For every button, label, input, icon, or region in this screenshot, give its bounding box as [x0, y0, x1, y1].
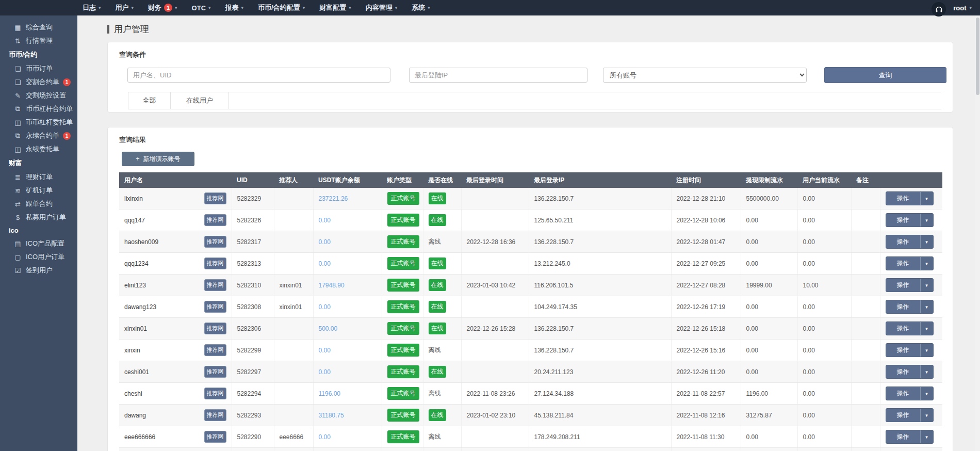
sidebar-item[interactable]: ⧉币币杠杆合约单	[0, 102, 77, 116]
nav-item-0[interactable]: 日志▾	[83, 3, 101, 12]
account-type-select[interactable]: 所有账号	[603, 68, 807, 83]
row-action-button[interactable]: 操作▾	[886, 235, 934, 249]
usdt-balance-link[interactable]: 0.00	[319, 433, 331, 441]
chevron-down-icon[interactable]: ▾	[920, 192, 933, 205]
online-badge: 在线	[429, 409, 446, 421]
username: eee666666	[124, 433, 155, 441]
last-login-time-cell: 2022-12-28 16:36	[461, 231, 529, 253]
chevron-down-icon[interactable]: ▾	[920, 387, 933, 400]
usdt-balance-link[interactable]: 1196.00	[319, 390, 341, 397]
page-scrollbar[interactable]	[975, 15, 980, 451]
last-login-ip-cell: 178.249.208.211	[529, 426, 671, 448]
current-flow-cell: 0.00	[797, 253, 851, 275]
add-demo-account-button[interactable]: + 新增演示账号	[122, 152, 194, 166]
username-uid-input[interactable]	[127, 68, 390, 83]
sidebar-item[interactable]: ▢ICO用户订单	[0, 250, 77, 264]
nav-item-4[interactable]: 报表▾	[225, 3, 244, 12]
sidebar-item[interactable]: ✎交割场控设置	[0, 89, 77, 102]
register-time-cell: 2022-11-08 11:30	[671, 426, 741, 448]
leverage-contract-icon: ⧉	[14, 105, 22, 113]
sidebar-item[interactable]: ≋矿机订单	[0, 184, 77, 197]
referrer-badge: 推荐网	[204, 388, 226, 399]
private-fund-icon: $	[14, 214, 22, 221]
sidebar-item[interactable]: ▦综合查询	[0, 21, 77, 34]
nav-item-2[interactable]: 财务1▾	[148, 3, 177, 12]
nav-item-1[interactable]: 用户▾	[116, 3, 134, 12]
account-type-badge: 正式账号	[387, 322, 419, 335]
chevron-down-icon[interactable]: ▾	[920, 214, 933, 227]
chevron-down-icon[interactable]: ▾	[920, 300, 933, 313]
sidebar-item[interactable]: ⇅行情管理	[0, 34, 77, 47]
scrollbar-thumb[interactable]	[976, 18, 979, 95]
chevron-down-icon[interactable]: ▾	[920, 235, 933, 248]
row-action-button[interactable]: 操作▾	[886, 300, 934, 314]
referrer-badge: 推荐网	[204, 192, 226, 204]
usdt-balance-link[interactable]: 0.00	[319, 238, 331, 246]
perpetual-entrust-icon: ◫	[14, 146, 22, 153]
sidebar-item[interactable]: ☑签到用户	[0, 264, 77, 277]
sidebar-item[interactable]: $私募用户订单	[0, 211, 77, 224]
last-login-time-cell: 2022-11-08 23:26	[461, 383, 529, 405]
row-action-button[interactable]: 操作▾	[886, 191, 934, 205]
chevron-down-icon[interactable]: ▾	[920, 409, 933, 422]
chevron-down-icon[interactable]: ▾	[920, 430, 933, 443]
withdraw-limit-cell: 94074.14	[741, 448, 797, 451]
usdt-balance-link[interactable]: 0.00	[319, 368, 331, 376]
sidebar-item[interactable]: ❏币币订单	[0, 62, 77, 75]
username: lixinxin	[124, 195, 143, 202]
usdt-balance-link[interactable]: 31180.75	[319, 412, 344, 419]
sidebar-item[interactable]: ❏交割合约单1	[0, 75, 77, 89]
row-action-button[interactable]: 操作▾	[886, 213, 934, 227]
usdt-balance-link[interactable]: 0.00	[319, 347, 331, 354]
row-action-button[interactable]: 操作▾	[886, 430, 934, 444]
chevron-down-icon[interactable]: ▾	[920, 365, 933, 378]
usdt-balance-link[interactable]: 237221.26	[319, 195, 348, 202]
last-login-ip-input[interactable]	[409, 68, 587, 83]
tab-1[interactable]: 在线用户	[170, 92, 229, 109]
row-action-button[interactable]: 操作▾	[886, 365, 934, 379]
row-action-button[interactable]: 操作▾	[886, 408, 934, 422]
referrer-badge: 推荐网	[204, 257, 226, 269]
title-accent-bar	[107, 25, 109, 34]
usdt-balance-link[interactable]: 0.00	[319, 303, 331, 311]
nav-item-label: 日志	[83, 3, 96, 12]
nav-item-8[interactable]: 系统▾	[412, 3, 430, 12]
nav-item-3[interactable]: OTC▾	[192, 4, 211, 12]
nav-item-5[interactable]: 币币/合约配置▾	[258, 3, 305, 12]
sidebar-item-label: 行情管理	[26, 36, 53, 45]
row-action-button[interactable]: 操作▾	[886, 343, 934, 357]
row-action-button[interactable]: 操作▾	[886, 256, 934, 270]
nav-item-6[interactable]: 财富配置▾	[319, 3, 351, 12]
chevron-down-icon[interactable]: ▾	[920, 257, 933, 270]
user-menu[interactable]: root ▾	[953, 4, 972, 12]
support-avatar-button[interactable]	[932, 2, 946, 17]
sidebar-item[interactable]: ⧉永续合约单1	[0, 129, 77, 142]
row-action-button[interactable]: 操作▾	[886, 321, 934, 335]
search-button[interactable]: 查询	[824, 67, 946, 83]
remark-cell	[851, 275, 880, 296]
sidebar-item[interactable]: ≣理财订单	[0, 170, 77, 184]
sidebar-item-label: 跟单合约	[26, 199, 53, 208]
usdt-balance-link[interactable]: 0.00	[319, 217, 331, 224]
sidebar-item[interactable]: ▤ICO产品配置	[0, 237, 77, 250]
sidebar-item[interactable]: ⇄跟单合约	[0, 197, 77, 211]
tab-0[interactable]: 全部	[128, 92, 171, 109]
remark-cell	[851, 361, 880, 383]
usdt-balance-link[interactable]: 17948.90	[319, 282, 345, 289]
usdt-balance-link[interactable]: 500.00	[319, 325, 338, 332]
chevron-down-icon[interactable]: ▾	[920, 322, 933, 335]
action-label: 操作	[886, 192, 920, 205]
sidebar-item[interactable]: ◫永续委托单	[0, 142, 77, 156]
referrer-cell	[274, 361, 313, 383]
remark-cell	[851, 426, 880, 448]
sidebar-item[interactable]: ◫币币杠杆委托单	[0, 116, 77, 129]
chevron-down-icon[interactable]: ▾	[920, 279, 933, 292]
chevron-down-icon[interactable]: ▾	[920, 344, 933, 357]
nav-item-7[interactable]: 内容管理▾	[366, 3, 398, 12]
row-action-button[interactable]: 操作▾	[886, 386, 934, 400]
current-flow-cell: 0.00	[797, 405, 851, 426]
sidebar-item-label: 私募用户订单	[26, 213, 66, 222]
usdt-balance-link[interactable]: 0.00	[319, 260, 331, 267]
last-login-time-cell	[461, 188, 529, 210]
row-action-button[interactable]: 操作▾	[886, 278, 934, 292]
